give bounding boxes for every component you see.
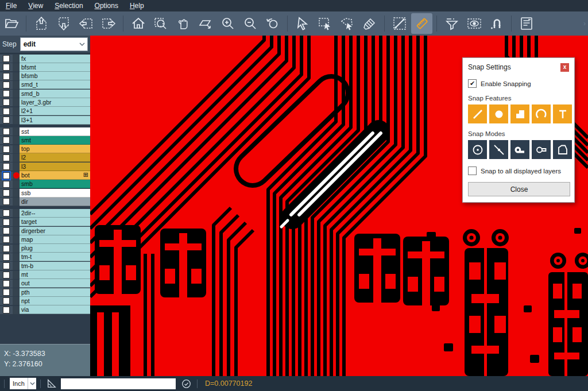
snap-mode-midpoint-button[interactable] (489, 140, 508, 159)
report-button[interactable] (516, 13, 537, 34)
mark-button[interactable] (359, 13, 380, 34)
snap-mode-center-button[interactable] (468, 140, 487, 159)
layer-label[interactable]: layer_3.gbr (20, 98, 90, 107)
layer-checkbox[interactable] (0, 245, 13, 253)
angle-measure-icon[interactable] (45, 377, 59, 390)
pan-hand-button[interactable] (172, 13, 194, 34)
layer-checkbox[interactable] (0, 98, 13, 106)
layer-checkbox[interactable] (0, 81, 13, 89)
layer-label[interactable]: top (20, 145, 90, 153)
zoom-window-button[interactable] (150, 13, 171, 34)
layer-label[interactable]: bfsmt (20, 63, 90, 72)
layer-label[interactable]: mt (20, 270, 90, 279)
pan-right-button[interactable] (98, 13, 119, 34)
apply-check-icon[interactable] (179, 377, 193, 390)
layer-checkbox[interactable] (0, 154, 13, 162)
layer-label[interactable]: bfsmb (20, 72, 90, 80)
previous-view-button[interactable] (262, 13, 283, 34)
snap-mode-oblong-filled-button[interactable] (510, 140, 529, 159)
layer-label[interactable]: pth (20, 288, 90, 297)
pan-up-button[interactable] (30, 13, 52, 34)
pan-left-button[interactable] (75, 13, 96, 34)
menu-help[interactable]: Help (124, 1, 150, 11)
measure-line-button[interactable] (389, 13, 410, 34)
layer-checkbox[interactable] (0, 172, 13, 180)
layer-label[interactable]: via (20, 305, 90, 314)
layer-checkbox[interactable] (0, 72, 13, 80)
layer-checkbox[interactable] (0, 235, 13, 243)
snap-all-layers-checkbox[interactable] (468, 167, 477, 175)
menu-file[interactable]: File (0, 1, 22, 11)
layer-checkbox[interactable] (0, 136, 13, 144)
snap-feature-pad-button[interactable] (489, 104, 508, 123)
toolbar-overflow-icon[interactable]: › (583, 20, 586, 28)
layer-label[interactable]: dir (20, 198, 90, 206)
snap-feature-arc-button[interactable] (532, 104, 551, 123)
layer-checkbox[interactable] (0, 253, 13, 261)
zoom-out-button[interactable] (239, 13, 261, 34)
open-button[interactable] (1, 13, 22, 34)
zoom-in-button[interactable] (217, 13, 238, 34)
measure-ruler-button[interactable] (411, 13, 432, 34)
filter-button[interactable] (441, 13, 462, 34)
layer-checkbox[interactable] (0, 280, 13, 288)
layer-checkbox[interactable] (0, 189, 13, 197)
menu-options[interactable]: Options (89, 1, 124, 11)
layer-checkbox[interactable] (0, 271, 13, 279)
layer-checkbox[interactable] (0, 180, 13, 188)
layer-label[interactable]: dirgerber (20, 227, 90, 235)
layer-checkbox[interactable] (0, 116, 13, 124)
layer-label[interactable]: smb (20, 180, 90, 188)
layer-checkbox[interactable] (0, 107, 13, 115)
layer-checkbox[interactable] (0, 162, 13, 171)
close-icon[interactable]: x (560, 63, 569, 72)
unit-select[interactable]: Inch (10, 378, 36, 389)
drag-view-button[interactable] (195, 13, 216, 34)
layer-label[interactable]: smt (20, 136, 90, 145)
select-button[interactable] (292, 13, 313, 34)
layer-checkbox[interactable] (0, 288, 13, 296)
rectangle-select-button[interactable] (314, 13, 335, 34)
layer-label[interactable]: bot⊞ (20, 171, 90, 180)
layer-checkbox[interactable] (0, 227, 13, 235)
enable-snapping-checkbox[interactable]: ✔ (468, 79, 477, 88)
home-view-button[interactable] (127, 13, 149, 34)
layer-label[interactable]: tm-b (20, 262, 90, 270)
snap-mode-oblong-outline-button[interactable] (532, 140, 551, 159)
snap-feature-text-button[interactable] (553, 104, 572, 123)
layer-checkbox[interactable] (0, 198, 13, 206)
layer-checkbox[interactable] (0, 55, 13, 63)
layer-label[interactable]: out (20, 279, 90, 288)
layer-label[interactable]: smd_t (20, 80, 90, 89)
snap-feature-line-button[interactable] (468, 104, 487, 123)
snap-feature-surface-button[interactable] (510, 104, 529, 123)
menu-view[interactable]: View (22, 1, 49, 11)
layer-checkbox[interactable] (0, 127, 13, 136)
layer-label[interactable]: plug (20, 244, 90, 253)
layer-label[interactable]: sst (20, 127, 90, 136)
layer-label[interactable]: l2 (20, 153, 90, 162)
layer-checkbox[interactable] (0, 145, 13, 153)
layer-label[interactable]: tm-t (20, 253, 90, 261)
layer-label[interactable]: l3+1 (20, 116, 90, 125)
layer-checkbox[interactable] (0, 306, 13, 314)
layer-label[interactable]: fx (20, 55, 90, 63)
snap-button[interactable] (486, 13, 507, 34)
layer-checkbox[interactable] (0, 209, 13, 217)
pan-down-button[interactable] (53, 13, 74, 34)
layer-label[interactable]: npt (20, 297, 90, 305)
layer-label[interactable]: ssb (20, 189, 90, 198)
layer-checkbox[interactable] (0, 297, 13, 305)
layer-checkbox[interactable] (0, 262, 13, 270)
view-options-button[interactable] (463, 13, 485, 34)
layer-label[interactable]: smd_b (20, 90, 90, 98)
layer-label[interactable]: l3 (20, 162, 90, 171)
layer-checkbox[interactable] (0, 63, 13, 71)
polygon-select-button[interactable] (336, 13, 358, 34)
snap-close-button[interactable]: Close (468, 182, 570, 196)
layer-label[interactable]: map (20, 235, 90, 244)
snap-mode-polygon-button[interactable] (553, 140, 572, 159)
layer-checkbox[interactable] (0, 90, 13, 98)
menu-selection[interactable]: Selection (49, 1, 88, 11)
layer-label[interactable]: 2dir-- (20, 209, 90, 218)
